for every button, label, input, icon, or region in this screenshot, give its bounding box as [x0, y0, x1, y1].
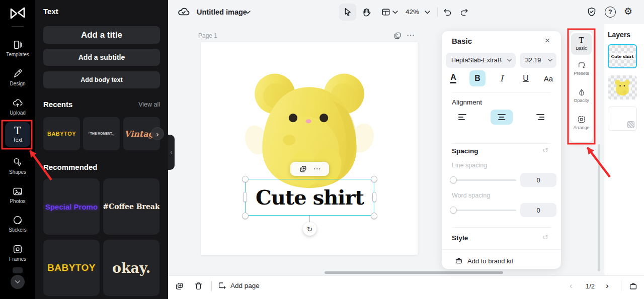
chevron-right-icon: › [156, 130, 159, 138]
recents-scroll-right-button[interactable]: › [151, 127, 164, 140]
sidebar-item-upload[interactable]: Upload [0, 97, 35, 116]
word-spacing-slider[interactable] [452, 210, 516, 211]
close-icon[interactable]: × [545, 36, 550, 46]
line-spacing-slider[interactable] [452, 179, 516, 181]
rotate-icon: ↻ [307, 225, 313, 233]
vertical-scrollbar[interactable] [598, 144, 600, 271]
duplicate-page-button[interactable] [175, 281, 184, 291]
next-page-button[interactable]: › [606, 281, 609, 291]
panel-title: Text [43, 7, 58, 16]
view-all-link[interactable]: View all [138, 101, 160, 108]
tab-basic[interactable]: T Basic [571, 33, 592, 55]
spacing-reset-icon[interactable]: ↺ [542, 146, 548, 154]
chevron-down-icon [507, 59, 512, 62]
layer-thumbnail-background[interactable] [608, 107, 637, 131]
recent-text-thumb[interactable]: 「THE MOMENT.」 [83, 117, 120, 150]
canvas-text[interactable]: Cute shirt [256, 185, 364, 209]
recommended-text-card[interactable]: BABYTOY [43, 240, 100, 296]
selected-text-element[interactable]: Cute shirt [245, 179, 374, 216]
align-right-button[interactable] [529, 110, 551, 125]
align-center-button[interactable] [491, 110, 513, 125]
zoom-chevron-icon[interactable] [425, 11, 430, 14]
undo-button[interactable] [442, 7, 452, 17]
align-left-button[interactable] [451, 110, 473, 125]
font-family-dropdown[interactable]: HeptaSlab-ExtraB [446, 53, 516, 68]
shield-check-icon[interactable] [586, 7, 597, 18]
zoom-level[interactable]: 42% [406, 8, 419, 16]
sidebar-item-photos[interactable]: Photos [0, 186, 35, 204]
divider [452, 143, 551, 144]
left-rail: Templates Design Upload T Text Shapes [0, 0, 35, 299]
tab-arrange[interactable]: Arrange [571, 114, 592, 136]
page-more-icon[interactable]: ⋯ [407, 30, 415, 40]
sidebar-item-frames[interactable]: Frames [0, 244, 35, 262]
add-to-brand-kit-button[interactable]: Add to brand kit [455, 257, 513, 265]
recommended-text-card[interactable]: #Coffee Break [103, 178, 159, 235]
panel-collapse-handle[interactable]: ‹ [168, 135, 175, 170]
alignment-label: Alignment [452, 98, 482, 106]
delete-page-button[interactable] [194, 281, 203, 291]
prev-page-button[interactable]: ‹ [570, 281, 573, 291]
layout-tool-button[interactable] [378, 4, 393, 21]
resize-handle-bottom-right[interactable] [371, 213, 377, 219]
sidebar-item-design[interactable]: Design [0, 68, 35, 86]
bold-button[interactable]: B [469, 70, 486, 86]
layer-thumbnail-text[interactable]: Cute shirt [608, 44, 637, 68]
sidebar-item-shapes[interactable]: Shapes [0, 157, 35, 175]
layout-chevron-icon[interactable] [392, 11, 398, 14]
sidebar-item-stickers[interactable]: Stickers [0, 215, 35, 233]
horizontal-scrollbar[interactable] [325, 271, 503, 274]
sidebar-item-text[interactable]: T Text [5, 122, 30, 147]
presets-icon [577, 61, 586, 70]
page-copy-icon[interactable] [393, 31, 402, 40]
recent-text-thumb[interactable]: BABYTOY [43, 117, 80, 150]
help-icon[interactable]: ? [605, 7, 616, 18]
settings-gear-icon[interactable]: ⚙ [624, 6, 632, 17]
preview-box-button[interactable] [628, 281, 638, 291]
add-subtitle-button[interactable]: Add a subtitle [43, 49, 160, 66]
cloud-save-icon[interactable] [177, 6, 190, 19]
resize-handle-top-left[interactable] [242, 176, 249, 182]
sidebar-item-templates[interactable]: Templates [0, 39, 35, 57]
text-case-button[interactable]: Aa [540, 70, 556, 86]
more-options-icon[interactable]: ⋯ [313, 164, 321, 173]
sidebar-item-label: Design [10, 81, 25, 86]
redo-button[interactable] [459, 7, 469, 17]
recommended-text-card[interactable]: okay. [103, 240, 159, 296]
duplicate-icon[interactable] [299, 165, 307, 173]
italic-button[interactable]: I [494, 70, 510, 86]
line-spacing-slider-knob[interactable] [450, 176, 457, 183]
hand-tool-button[interactable] [358, 4, 374, 21]
upload-icon [12, 97, 23, 109]
resize-handle-left[interactable] [243, 192, 247, 202]
rotate-handle[interactable]: ↻ [303, 222, 316, 236]
line-spacing-value[interactable]: 0 [520, 173, 556, 187]
recommended-heading: Recommended [43, 163, 98, 171]
tab-opacity[interactable]: Opacity [571, 86, 592, 108]
text-color-button[interactable]: A [445, 70, 461, 86]
add-page-button[interactable]: Add page [217, 281, 260, 290]
document-title[interactable]: Untitled image [197, 8, 247, 16]
sidebar-item-label: Upload [10, 110, 26, 116]
tab-presets[interactable]: Presets [571, 59, 592, 80]
layer-thumbnail-sticker[interactable] [608, 75, 637, 99]
style-reset-icon[interactable]: ↺ [542, 233, 548, 241]
select-tool-button[interactable] [339, 4, 356, 21]
word-spacing-value[interactable]: 0 [520, 203, 556, 217]
word-spacing-slider-knob[interactable] [450, 207, 457, 214]
resize-handle-top-right[interactable] [371, 176, 377, 182]
resize-handle-bottom-left[interactable] [242, 213, 249, 219]
recommended-text-card[interactable]: Special Promo [43, 178, 100, 235]
frames-icon [12, 244, 23, 255]
add-body-text-button[interactable]: Add body text [43, 71, 160, 88]
text-icon: T [571, 36, 592, 45]
layout-icon [381, 7, 391, 17]
capcut-logo-icon[interactable] [10, 7, 25, 20]
collapse-rail-button[interactable] [11, 275, 25, 289]
stickers-icon [12, 215, 23, 226]
doc-title-chevron-icon[interactable] [245, 11, 251, 14]
underline-button[interactable]: U [518, 70, 534, 86]
add-title-button[interactable]: Add a title [43, 26, 160, 44]
font-size-dropdown[interactable]: 32.19 [520, 53, 556, 68]
resize-handle-right[interactable] [372, 192, 376, 202]
